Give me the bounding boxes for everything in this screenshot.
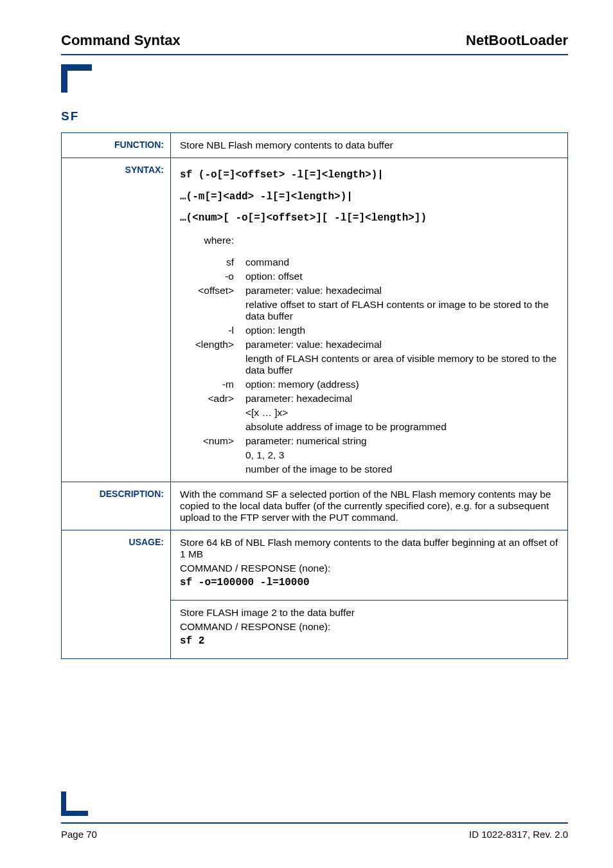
header-right: NetBootLoader (466, 32, 568, 49)
where-key (180, 299, 234, 322)
where-key (180, 449, 234, 461)
where-key: sf (180, 257, 234, 268)
usage-cell-1: Store 64 kB of NBL Flash memory contents… (171, 530, 568, 600)
where-key: <adr> (180, 393, 234, 404)
where-key: -o (180, 271, 234, 282)
where-value: parameter: value: hexadecimal (245, 285, 558, 296)
where-value: <[x … ]x> (245, 407, 558, 419)
syntax-line-1: sf (-o[=]<offset> -l[=]<length>)| (180, 165, 558, 186)
where-key (180, 353, 234, 376)
description-text: With the command SF a selected portion o… (180, 489, 551, 523)
command-table: FUNCTION: Store NBL Flash memory content… (61, 132, 568, 659)
where-key: <num> (180, 435, 234, 447)
where-value: length of FLASH contents or area of visi… (245, 353, 558, 376)
where-value: parameter: numerical string (245, 435, 558, 447)
usage1-intro: Store 64 kB of NBL Flash memory contents… (180, 537, 558, 560)
command-title: SF (61, 109, 568, 123)
syntax-line-3: …(<num>[ -o[=]<offset>][ -l[=]<length>]) (180, 208, 558, 230)
syntax-line-2: …(-m[=]<add> -l[=]<length>)| (180, 186, 558, 208)
footer-rule (61, 822, 568, 824)
label-function: FUNCTION: (62, 133, 171, 158)
where-value: option: length (245, 325, 558, 336)
where-key (180, 464, 234, 475)
where-key (180, 407, 234, 419)
function-text: Store NBL Flash memory contents to data … (180, 140, 393, 150)
where-label: where: (180, 235, 234, 246)
usage2-cmd: sf 2 (180, 635, 558, 647)
where-value: absolute address of image to be programm… (245, 421, 558, 433)
where-key: <length> (180, 339, 234, 350)
where-value: parameter: value: hexadecimal (245, 339, 558, 350)
header-left: Command Syntax (61, 32, 181, 49)
usage-cell-2: Store FLASH image 2 to the data buffer C… (171, 600, 568, 658)
usage2-intro: Store FLASH image 2 to the data buffer (180, 607, 558, 619)
where-key: <offset> (180, 285, 234, 296)
where-value: number of the image to be stored (245, 464, 558, 475)
usage2-cmdresp: COMMAND / RESPONSE (none): (180, 621, 558, 633)
footer-right: ID 1022-8317, Rev. 2.0 (469, 829, 568, 840)
where-key: -m (180, 379, 234, 390)
where-value: parameter: hexadecimal (245, 393, 558, 404)
brand-corner-icon (61, 64, 92, 93)
footer-corner-icon (61, 791, 88, 816)
where-key: -l (180, 325, 234, 336)
where-key (180, 421, 234, 433)
page-header: Command Syntax NetBootLoader (61, 32, 568, 53)
syntax-cell: sf (-o[=]<offset> -l[=]<length>)| …(-m[=… (171, 158, 568, 482)
usage1-cmd: sf -o=100000 -l=10000 (180, 577, 558, 588)
usage1-cmdresp: COMMAND / RESPONSE (none): (180, 563, 558, 574)
description-cell: With the command SF a selected portion o… (171, 482, 568, 530)
where-value: option: memory (address) (245, 379, 558, 390)
where-value: 0, 1, 2, 3 (245, 449, 558, 461)
footer-left: Page 70 (61, 829, 97, 840)
label-usage: USAGE: (62, 530, 171, 658)
where-value: command (245, 257, 558, 268)
where-value: relative offset to start of FLASH conten… (245, 299, 558, 322)
label-description: DESCRIPTION: (62, 482, 171, 530)
where-value: option: offset (245, 271, 558, 282)
where-grid: sfcommand-ooption: offset<offset>paramet… (180, 257, 558, 475)
header-rule (61, 54, 568, 55)
label-syntax: SYNTAX: (62, 158, 171, 482)
page-footer: Page 70 ID 1022-8317, Rev. 2.0 (61, 791, 568, 840)
function-cell: Store NBL Flash memory contents to data … (171, 133, 568, 158)
